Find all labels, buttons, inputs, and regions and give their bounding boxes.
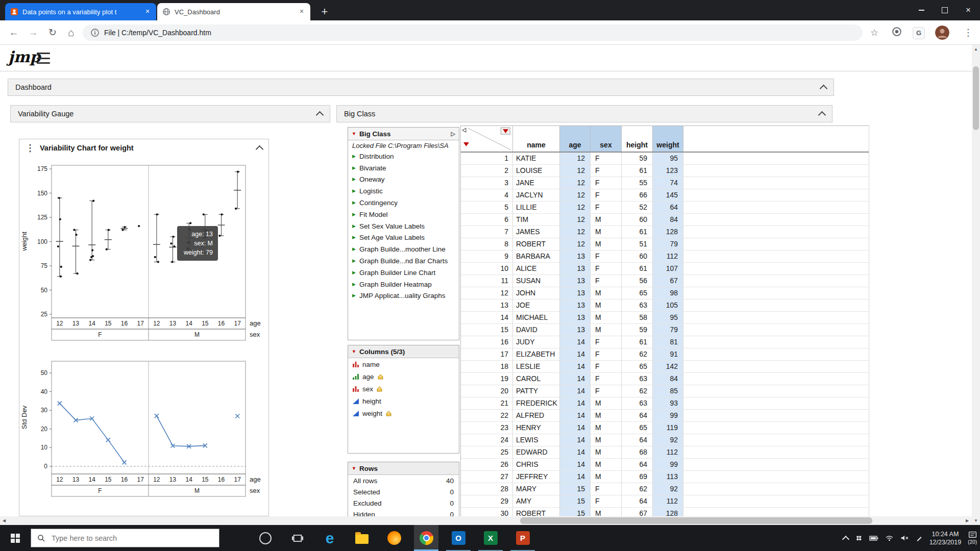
table-row[interactable]: 7JAMES12M61128 — [461, 226, 869, 238]
home-icon[interactable]: ⌂ — [64, 26, 78, 39]
table-corner-cell[interactable] — [461, 126, 513, 152]
table-row[interactable]: 23HENRY14M65119 — [461, 422, 869, 434]
red-triangle-menu-icon[interactable]: ▼ — [352, 349, 356, 354]
browser-menu-kebab-icon[interactable]: ⋮ — [962, 26, 975, 39]
reload-icon[interactable]: ↻ — [46, 26, 59, 39]
table-row[interactable]: 30ROBERT15M67128 — [461, 508, 869, 516]
column-item-sex[interactable]: sex — [348, 383, 459, 395]
table-row[interactable]: 1KATIE12F5995 — [461, 153, 869, 165]
drag-grip-icon[interactable]: ⋮ — [26, 142, 35, 154]
taskbar-firefox-button[interactable] — [382, 525, 406, 551]
table-row[interactable]: 4JACLYN12F66145 — [461, 189, 869, 202]
table-row[interactable]: 26CHRIS14M6499 — [461, 459, 869, 471]
taskbar-explorer-button[interactable] — [350, 525, 374, 551]
tree-item[interactable]: ▶Graph Builder Line Chart — [348, 267, 459, 279]
task-view-button[interactable] — [285, 525, 310, 551]
table-row[interactable]: 6TIM12M6084 — [461, 214, 869, 226]
table-row[interactable]: 16JUDY14F6181 — [461, 336, 869, 348]
red-triangle-menu-icon[interactable]: ▼ — [352, 132, 356, 136]
column-item-name[interactable]: name — [348, 358, 459, 370]
table-row[interactable]: 27JEFFREY14M69113 — [461, 471, 869, 483]
table-row[interactable]: 29AMY15F64112 — [461, 495, 869, 508]
pen-icon[interactable] — [916, 535, 923, 542]
tree-item[interactable]: ▶Contingency — [348, 197, 459, 209]
horizontal-scrollbar[interactable]: ◀ ▶ — [0, 516, 972, 525]
hamburger-menu-icon[interactable] — [37, 53, 50, 64]
profile-avatar[interactable] — [935, 26, 949, 40]
tree-item[interactable]: ▶Oneway — [348, 174, 459, 186]
tree-item[interactable]: ▶Graph Builde...moother Line — [348, 243, 459, 255]
tree-item[interactable]: ▶Graph Builder Heatmap — [348, 279, 459, 290]
column-item-height[interactable]: height — [348, 395, 459, 407]
vertical-scroll-thumb[interactable] — [973, 66, 979, 130]
search-input[interactable] — [51, 534, 201, 543]
collapse-chevron-icon[interactable] — [316, 111, 324, 119]
action-center-button[interactable]: (20) — [968, 531, 977, 545]
wifi-icon[interactable] — [885, 535, 894, 541]
scroll-up-arrow[interactable]: ▲ — [972, 45, 980, 54]
table-row[interactable]: 24LEWIS14M6492 — [461, 434, 869, 446]
new-tab-button[interactable]: + — [317, 5, 332, 19]
forward-icon[interactable]: → — [27, 26, 40, 39]
table-row[interactable]: 12JOHN13M6598 — [461, 287, 869, 299]
window-maximize-button[interactable] — [933, 0, 957, 20]
column-item-age[interactable]: age — [348, 370, 459, 383]
table-row[interactable]: 2LOUISE12F61123 — [461, 165, 869, 177]
tree-item[interactable]: ▶Graph Builde...nd Bar Charts — [348, 255, 459, 267]
table-row[interactable]: 3JANE12F5574 — [461, 177, 869, 189]
tree-item[interactable]: ▶Set Age Value Labels — [348, 232, 459, 244]
table-row[interactable]: 10ALICE13F61107 — [461, 263, 869, 275]
vertical-scrollbar[interactable]: ▲ ▼ — [972, 45, 980, 525]
table-row[interactable]: 28MARY15F6292 — [461, 483, 869, 495]
tab-close-icon[interactable]: × — [143, 7, 152, 16]
table-row[interactable]: 19CAROL14F6384 — [461, 373, 869, 385]
table-row[interactable]: 8ROBERT12M5179 — [461, 238, 869, 251]
tree-item[interactable]: ▶Fit Model — [348, 209, 459, 220]
table-row[interactable]: 20PATTY14F6285 — [461, 385, 869, 397]
tab-vc-dashboard[interactable]: VC_Dashboard × — [157, 3, 310, 20]
table-row[interactable]: 18LESLIE14F65142 — [461, 361, 869, 373]
taskbar-edge-button[interactable]: e — [317, 525, 342, 551]
table-row[interactable]: 9BARBARA13F60112 — [461, 251, 869, 263]
table-row[interactable]: 17ELIZABETH14F6291 — [461, 348, 869, 361]
tree-item[interactable]: ▶JMP Applicat...uality Graphs — [348, 290, 459, 302]
table-row[interactable]: 25EDWARD14M68112 — [461, 446, 869, 459]
column-header-age[interactable]: age — [560, 126, 591, 152]
tab-close-icon[interactable]: × — [297, 7, 306, 16]
tray-apps-icon[interactable] — [855, 534, 863, 542]
tray-chevron-up-icon[interactable] — [842, 535, 849, 542]
table-row[interactable]: 22ALFRED14M6499 — [461, 410, 869, 422]
back-icon[interactable]: ← — [7, 26, 20, 39]
cortana-button[interactable] — [253, 525, 278, 551]
page-info-icon[interactable] — [91, 29, 99, 37]
table-row[interactable]: 21FREDERICK14M6393 — [461, 397, 869, 410]
collapse-chevron-icon[interactable] — [818, 111, 826, 119]
taskbar-clock[interactable]: 10:24 AM 12/23/2019 — [929, 530, 962, 546]
expand-right-icon[interactable]: ▷ — [451, 131, 455, 137]
tree-item[interactable]: ▶Distribution — [348, 151, 459, 162]
table-row[interactable]: 11SUSAN13F5667 — [461, 275, 869, 287]
window-close-button[interactable]: × — [957, 0, 980, 20]
battery-icon[interactable] — [869, 535, 878, 541]
table-row[interactable]: 15DAVID13M5979 — [461, 324, 869, 336]
bookmark-star-icon[interactable]: ☆ — [868, 26, 881, 39]
tree-item[interactable]: ▶Logistic — [348, 185, 459, 197]
red-triangle-menu-icon[interactable]: ▼ — [352, 466, 356, 471]
table-row[interactable]: 5LILLIE12F5264 — [461, 202, 869, 214]
column-header-height[interactable]: height — [622, 126, 653, 152]
window-minimize-button[interactable] — [910, 0, 933, 20]
taskbar-chrome-button[interactable] — [414, 525, 438, 551]
collapse-chevron-icon[interactable] — [820, 85, 828, 93]
taskbar-outlook-button[interactable]: O — [446, 525, 471, 551]
start-button[interactable] — [0, 525, 31, 551]
collapse-chevron-icon[interactable] — [256, 145, 264, 154]
column-header-weight[interactable]: weight — [653, 126, 683, 152]
address-bar[interactable]: File | C:/temp/VC_Dashboard.htm — [83, 24, 863, 41]
tab-variability-plot[interactable]: Data points on a variability plot t × — [5, 3, 156, 20]
tree-item[interactable]: ▶Bivariate — [348, 162, 459, 174]
table-row[interactable]: 14MICHAEL13M5895 — [461, 312, 869, 324]
scroll-right-arrow[interactable]: ▶ — [963, 516, 971, 525]
tree-item[interactable]: ▶Set Sex Value Labels — [348, 220, 459, 232]
column-item-weight[interactable]: weight — [348, 407, 459, 419]
column-header-sex[interactable]: sex — [591, 126, 622, 152]
